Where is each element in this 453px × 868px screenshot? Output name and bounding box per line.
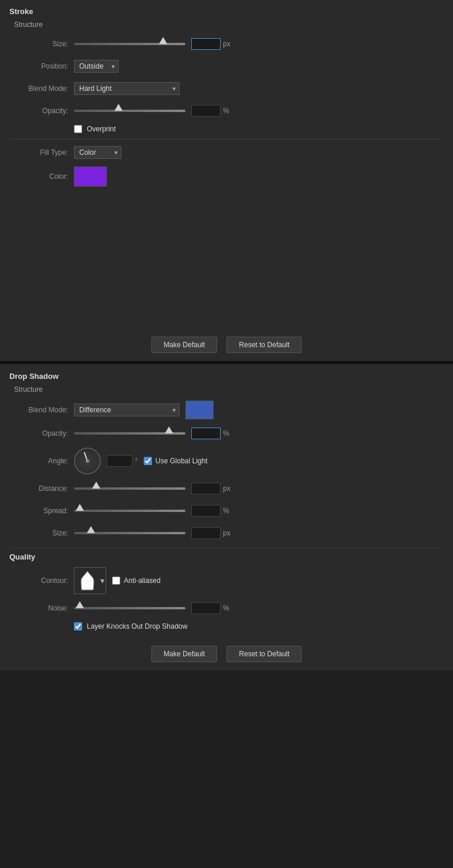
stroke-title: Stroke — [9, 7, 444, 16]
drop-shadow-contour-label: Contour: — [9, 577, 68, 585]
stroke-color-swatch[interactable] — [74, 167, 107, 187]
stroke-opacity-row: Opacity: 40 % — [9, 103, 444, 119]
drop-shadow-dial[interactable] — [74, 447, 101, 474]
drop-shadow-distance-slider-container — [74, 487, 185, 490]
drop-shadow-layer-knocks-label: Layer Knocks Out Drop Shadow — [87, 622, 187, 630]
drop-shadow-blend-mode-select-wrapper[interactable]: Difference Normal Multiply Screen Overla… — [74, 404, 180, 416]
drop-shadow-noise-row: Noise: 0 % — [9, 600, 444, 616]
stroke-color-row: Color: — [9, 167, 444, 187]
drop-shadow-angle-label: Angle: — [9, 457, 68, 465]
stroke-overprint-row: Overprint — [74, 125, 444, 133]
stroke-opacity-unit: % — [223, 107, 229, 115]
stroke-position-select[interactable]: Outside Inside Center — [74, 60, 119, 73]
drop-shadow-size-input[interactable]: 6 — [191, 527, 221, 539]
drop-shadow-distance-input[interactable]: 7 — [191, 483, 221, 494]
stroke-buttons-row: Make Default Reset to Default — [9, 327, 444, 358]
drop-shadow-spread-row: Spread: 0 % — [9, 503, 444, 519]
stroke-size-slider-container — [74, 43, 185, 45]
drop-shadow-global-light-row: Use Global Light — [144, 457, 208, 465]
stroke-fill-area — [9, 192, 444, 327]
drop-shadow-make-default-button[interactable]: Make Default — [151, 646, 218, 662]
stroke-structure-label: Structure — [14, 21, 444, 29]
drop-shadow-quality-label: Quality — [9, 552, 444, 561]
stroke-overprint-checkbox[interactable] — [74, 125, 82, 133]
drop-shadow-spread-input[interactable]: 0 — [191, 505, 221, 517]
drop-shadow-distance-slider-thumb[interactable] — [92, 482, 100, 489]
stroke-size-input[interactable]: 1 — [191, 38, 221, 50]
drop-shadow-spread-slider-track[interactable] — [74, 510, 185, 512]
stroke-position-select-wrapper[interactable]: Outside Inside Center — [74, 60, 119, 73]
drop-shadow-size-label: Size: — [9, 529, 68, 537]
drop-shadow-noise-slider-thumb[interactable] — [76, 601, 84, 608]
drop-shadow-size-slider-container — [74, 532, 185, 534]
drop-shadow-distance-slider-track[interactable] — [74, 487, 185, 490]
stroke-make-default-button[interactable]: Make Default — [151, 337, 218, 353]
stroke-position-row: Position: Outside Inside Center — [9, 58, 444, 74]
stroke-opacity-input[interactable]: 40 — [191, 105, 221, 117]
stroke-blend-mode-select-wrapper[interactable]: Hard Light Normal Multiply Screen Overla… — [74, 82, 180, 95]
drop-shadow-opacity-input[interactable]: 85 — [191, 428, 221, 439]
drop-shadow-global-light-checkbox[interactable] — [144, 457, 152, 465]
drop-shadow-spread-unit: % — [223, 507, 229, 515]
stroke-opacity-slider-track[interactable] — [74, 110, 185, 112]
drop-shadow-blend-mode-select[interactable]: Difference Normal Multiply Screen Overla… — [74, 404, 180, 416]
drop-shadow-size-slider-track[interactable] — [74, 532, 185, 534]
drop-shadow-dial-circle[interactable] — [74, 447, 101, 474]
drop-shadow-opacity-unit: % — [223, 429, 229, 438]
drop-shadow-dial-center — [86, 459, 89, 463]
drop-shadow-blend-mode-label: Blend Mode: — [9, 406, 68, 414]
stroke-panel: Stroke Structure Size: 1 px Position: Ou… — [0, 0, 453, 361]
drop-shadow-noise-slider-container — [74, 607, 185, 609]
drop-shadow-distance-unit: px — [223, 484, 231, 493]
drop-shadow-anti-aliased-checkbox[interactable] — [112, 577, 120, 585]
drop-shadow-panel: Drop Shadow Structure Blend Mode: Differ… — [0, 365, 453, 670]
drop-shadow-spread-slider-container — [74, 510, 185, 512]
drop-shadow-size-slider-thumb[interactable] — [87, 526, 95, 533]
stroke-size-slider-thumb[interactable] — [159, 37, 167, 44]
drop-shadow-spread-slider-thumb[interactable] — [76, 504, 84, 511]
drop-shadow-title: Drop Shadow — [9, 372, 444, 381]
drop-shadow-angle-unit: ° — [135, 457, 138, 465]
drop-shadow-noise-slider-track[interactable] — [74, 607, 185, 609]
stroke-overprint-label: Overprint — [87, 125, 116, 133]
drop-shadow-reset-to-default-button[interactable]: Reset to Default — [226, 646, 302, 662]
drop-shadow-distance-row: Distance: 7 px — [9, 480, 444, 497]
stroke-opacity-label: Opacity: — [9, 107, 68, 115]
drop-shadow-opacity-slider-thumb[interactable] — [165, 426, 173, 433]
drop-shadow-contour-preview-wrapper[interactable]: ▾ — [74, 567, 106, 594]
stroke-position-label: Position: — [9, 62, 68, 70]
drop-shadow-noise-input[interactable]: 0 — [191, 602, 221, 614]
stroke-size-row: Size: 1 px — [9, 36, 444, 52]
drop-shadow-distance-label: Distance: — [9, 484, 68, 493]
drop-shadow-size-row: Size: 6 px — [9, 525, 444, 541]
drop-shadow-blend-mode-row: Blend Mode: Difference Normal Multiply S… — [9, 401, 444, 419]
stroke-size-label: Size: — [9, 40, 68, 48]
stroke-blend-mode-row: Blend Mode: Hard Light Normal Multiply S… — [9, 80, 444, 97]
stroke-fill-type-select-wrapper[interactable]: Color Gradient Pattern — [74, 146, 121, 159]
drop-shadow-layer-knocks-checkbox[interactable] — [74, 622, 82, 630]
drop-shadow-blend-color-swatch[interactable] — [185, 401, 214, 419]
drop-shadow-contour-svg — [76, 569, 99, 592]
drop-shadow-buttons-row: Make Default Reset to Default — [9, 636, 444, 667]
stroke-color-label: Color: — [9, 172, 68, 181]
stroke-reset-to-default-button[interactable]: Reset to Default — [226, 337, 302, 353]
drop-shadow-anti-aliased-label: Anti-aliased — [124, 577, 161, 585]
stroke-fill-type-select[interactable]: Color Gradient Pattern — [74, 146, 121, 159]
stroke-size-slider-track[interactable] — [74, 43, 185, 45]
drop-shadow-angle-input[interactable]: 70 — [107, 455, 133, 467]
drop-shadow-opacity-slider-track[interactable] — [74, 432, 185, 435]
drop-shadow-anti-aliased-row: Anti-aliased — [112, 577, 161, 585]
drop-shadow-size-unit: px — [223, 529, 231, 537]
drop-shadow-opacity-label: Opacity: — [9, 429, 68, 438]
drop-shadow-blend-row-content: Difference Normal Multiply Screen Overla… — [74, 401, 214, 419]
stroke-opacity-slider-thumb[interactable] — [114, 104, 123, 111]
drop-shadow-layer-knocks-row: Layer Knocks Out Drop Shadow — [74, 622, 444, 630]
stroke-blend-mode-select[interactable]: Hard Light Normal Multiply Screen Overla… — [74, 82, 180, 95]
drop-shadow-structure-label: Structure — [14, 385, 444, 394]
drop-shadow-opacity-slider-container — [74, 432, 185, 435]
stroke-fill-type-row: Fill Type: Color Gradient Pattern — [9, 144, 444, 161]
stroke-fill-type-label: Fill Type: — [9, 148, 68, 157]
drop-shadow-contour-row: Contour: ▾ Anti-aliased — [9, 567, 444, 594]
drop-shadow-angle-row: Angle: 70 ° Use Global Light — [9, 447, 444, 474]
stroke-blend-mode-label: Blend Mode: — [9, 84, 68, 93]
